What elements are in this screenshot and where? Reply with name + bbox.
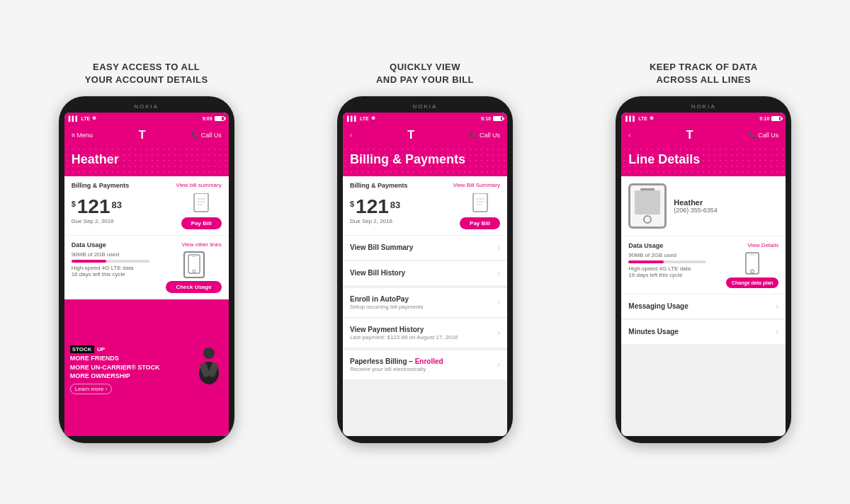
menu-item-minutes[interactable]: Minutes Usage › — [621, 320, 786, 345]
data-used-text: 90MB of 2GB used — [72, 251, 166, 258]
ad-stock-line: STOCK UP — [70, 341, 191, 354]
hero-area-account: Heather Profile Settings — [64, 147, 229, 176]
chevron-icon-5: › — [497, 360, 500, 370]
profile-settings-link[interactable]: Profile Settings — [183, 156, 222, 163]
billing-card: Billing & Payments View bill summary $ 1… — [64, 176, 229, 235]
phone-brand-billing: NOKIA — [343, 103, 507, 110]
stock-badge: STOCK — [70, 345, 94, 353]
content-area-account: Billing & Payments View bill summary $ 1… — [64, 176, 229, 436]
call-us-button[interactable]: 📞 Call Us — [191, 132, 222, 139]
billing-row-b: $ 121 83 Due Sep 2, 2016 Pay Bil — [350, 192, 500, 229]
autopay-label: Enroll in AutoPay — [350, 295, 424, 303]
pay-bill-button[interactable]: Pay Bill — [181, 217, 222, 229]
check-usage-button[interactable]: Check Usage — [166, 281, 221, 293]
menu-item-autopay[interactable]: Enroll in AutoPay Setup recurring bill p… — [343, 288, 507, 318]
view-details-link[interactable]: View Details — [747, 242, 778, 248]
up-text: UP — [97, 346, 105, 353]
svg-point-17 — [751, 270, 754, 273]
days-left-text: 16 days left this cycle — [72, 271, 166, 277]
data-info-text-ld: High-speed 4G LTE data — [628, 265, 726, 272]
amount-large: 121 — [77, 197, 110, 217]
autopay-sub: Setup recurring bill payments — [350, 304, 424, 310]
signal-bars-b: ▌▌▌ — [347, 116, 358, 121]
time-area-b: 9:10 — [481, 116, 503, 121]
ad-line1: MORE FRIENDS — [70, 354, 191, 363]
data-usage-title-ld: Data Usage — [628, 242, 663, 249]
bill-actions-b: Pay Bill — [460, 192, 500, 229]
dollar-sign: $ — [72, 200, 76, 208]
battery-icon-ld — [771, 116, 781, 121]
amount-area: $ 121 83 Due Sep 2, 2016 — [72, 197, 122, 224]
phone-screen-account: ▌▌▌ LTE ⊕ 9:09 ≡ Menu T 📞 Call Us — [64, 113, 229, 436]
menu-item-view-bill-history[interactable]: View Bill History › — [343, 261, 507, 286]
amount-area-b: $ 121 83 Due Sep 2, 2016 — [350, 197, 400, 224]
due-date: Due Sep 2, 2016 — [72, 218, 122, 224]
phone-frame-account: NOKIA ▌▌▌ LTE ⊕ 9:09 ≡ Menu — [59, 96, 234, 443]
back-button-ld[interactable]: ‹ — [628, 132, 630, 139]
billing-card-title-b: Billing & Payments — [350, 182, 408, 189]
data-usage-left: 90MB of 2GB used High-speed 4G LTE data … — [72, 251, 166, 277]
paperless-label: Paperless Billing – Enrolled — [350, 357, 443, 365]
content-area-ld: Heather (206) 355-6354 Data Usage View D… — [621, 176, 786, 436]
dollar-sign-b: $ — [350, 200, 354, 208]
lte-badge-ld: LTE — [638, 116, 647, 121]
section-title-linedetails: KEEP TRACK OF DATA ACROSS ALL LINES — [650, 61, 758, 86]
bill-icon-b — [470, 192, 490, 214]
status-bar-account: ▌▌▌ LTE ⊕ 9:09 — [64, 113, 229, 124]
hero-area-billing: Billing & Payments — [343, 147, 507, 176]
data-actions-ld: Change data plan — [726, 252, 778, 288]
wifi-icon-b: ⊕ — [371, 115, 375, 121]
section-title-account: EASY ACCESS TO ALL YOUR ACCOUNT DETAILS — [85, 61, 208, 86]
minutes-label: Minutes Usage — [628, 328, 679, 336]
learn-more-link[interactable]: Learn more › — [70, 384, 113, 394]
view-other-lines-link[interactable]: View other lines — [181, 241, 221, 248]
chevron-icon-minutes: › — [776, 327, 778, 337]
back-button-b[interactable]: ‹ — [350, 132, 352, 139]
svg-rect-15 — [746, 253, 759, 274]
progress-bar-fill — [72, 260, 107, 263]
pay-bill-button-b[interactable]: Pay Bill — [460, 217, 500, 229]
data-usage-header: Data Usage View other lines — [72, 241, 222, 248]
enrolled-badge: Enrolled — [415, 357, 443, 365]
billing-amount-b: $ 121 83 — [350, 197, 400, 217]
time-area: 9:09 — [203, 116, 225, 121]
call-us-button-ld[interactable]: 📞 Call Us — [749, 132, 779, 139]
menu-button[interactable]: ≡ Menu — [72, 132, 93, 139]
progress-bar-fill-ld — [628, 260, 664, 263]
phone-screen-linedetails: ▌▌▌ LTE ⊕ 9:10 ‹ T 📞 Call Us — [621, 113, 786, 436]
call-us-button-b[interactable]: 📞 Call Us — [470, 132, 500, 139]
change-plan-button[interactable]: Change data plan — [726, 277, 778, 288]
nav-bar-ld: ‹ T 📞 Call Us — [621, 124, 786, 147]
lte-badge-b: LTE — [360, 116, 369, 121]
menu-item-view-bill-summary[interactable]: View Bill Summary › — [343, 236, 507, 260]
device-card: Heather (206) 355-6354 — [621, 176, 786, 236]
page-wrapper: EASY ACCESS TO ALL YOUR ACCOUNT DETAILS … — [0, 47, 850, 457]
time-display-b: 9:10 — [481, 116, 491, 121]
signal-area: ▌▌▌ LTE ⊕ — [69, 115, 97, 121]
days-left-text-ld: 16 days left this cycle — [628, 272, 726, 278]
menu-item-messaging[interactable]: Messaging Usage › — [621, 294, 786, 319]
data-usage-title: Data Usage — [72, 241, 106, 248]
view-bill-summary-link[interactable]: View bill summary — [176, 182, 221, 188]
billing-row: $ 121 83 Due Sep 2, 2016 Pay Bil — [72, 192, 222, 229]
bill-icon — [191, 192, 211, 214]
billing-card-b: Billing & Payments View Bill Summary $ 1… — [343, 176, 507, 235]
battery-icon-b — [493, 116, 503, 121]
chevron-icon-4: › — [497, 328, 500, 338]
data-usage-card: Data Usage View other lines 90MB of 2GB … — [64, 236, 229, 299]
hero-title-billing: Billing & Payments — [350, 152, 465, 166]
menu-item-payment-history[interactable]: View Payment History Last payment: $123.… — [343, 319, 507, 348]
nav-bar-account: ≡ Menu T 📞 Call Us — [64, 124, 229, 147]
status-bar-ld: ▌▌▌ LTE ⊕ 9:10 — [621, 113, 786, 124]
menu-item-paperless[interactable]: Paperless Billing – Enrolled Receive you… — [343, 350, 507, 380]
phone-frame-linedetails: NOKIA ▌▌▌ LTE ⊕ 9:10 ‹ — [616, 96, 791, 443]
t-mobile-logo-ld: T — [686, 129, 693, 142]
contact-name: Heather — [674, 198, 718, 207]
chevron-icon-1: › — [497, 243, 500, 253]
ad-line2: MORE UN-CARRIER® STOCK — [70, 363, 191, 372]
view-bill-summary-link-b[interactable]: View Bill Summary — [453, 182, 500, 188]
bill-actions: Pay Bill — [181, 192, 222, 229]
t-mobile-logo: T — [139, 129, 146, 142]
contact-info: Heather (206) 355-6354 — [674, 198, 718, 214]
signal-bars: ▌▌▌ — [69, 116, 79, 121]
